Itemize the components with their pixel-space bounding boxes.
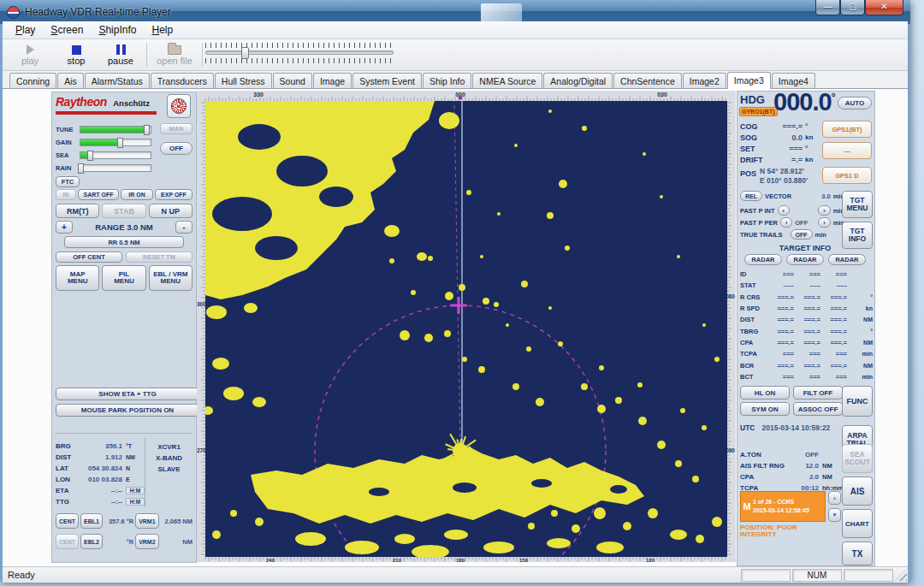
- tab-image2[interactable]: Image2: [683, 73, 726, 88]
- slider-thumb[interactable]: [241, 47, 249, 59]
- radar-source-button-1[interactable]: RADAR: [744, 254, 782, 265]
- range-decrease-button[interactable]: -: [175, 221, 192, 234]
- past-int-decrease-button[interactable]: ‹: [778, 205, 790, 216]
- tx-button[interactable]: TX: [842, 542, 873, 565]
- pause-button[interactable]: pause: [98, 42, 143, 68]
- auto-button[interactable]: AUTO: [838, 97, 872, 110]
- radar-source-button-2[interactable]: RADAR: [786, 254, 824, 265]
- alert-scroll-down-button[interactable]: ▼: [828, 508, 841, 522]
- ais-button[interactable]: AIS: [842, 476, 873, 506]
- tab-image[interactable]: Image: [313, 73, 352, 88]
- tab-analog-digital[interactable]: Analog/Digital: [543, 73, 613, 88]
- off-center-button[interactable]: OFF CENT: [56, 252, 122, 263]
- target-echo: [657, 441, 666, 449]
- rm-button[interactable]: RM(T): [56, 204, 99, 218]
- tab-image4[interactable]: Image4: [772, 73, 815, 88]
- sart-button[interactable]: SART OFF: [78, 189, 119, 200]
- cent-button-2[interactable]: CENT: [56, 534, 79, 549]
- ri-button[interactable]: RI: [56, 189, 76, 200]
- show-eta-button[interactable]: SHOW ETA + TTG: [56, 388, 199, 400]
- mouse-park-button[interactable]: MOUSE PARK POSITION ON: [56, 404, 199, 417]
- slider-track[interactable]: [205, 50, 394, 55]
- nav-unit: kn: [805, 133, 819, 141]
- ebl1-button[interactable]: EBL1: [80, 513, 103, 529]
- tab-chnsentence[interactable]: ChnSentence: [613, 73, 682, 88]
- tab-image3[interactable]: Image3: [727, 72, 771, 89]
- man-button[interactable]: MAN: [160, 123, 192, 134]
- pil-menu-button[interactable]: PIL MENU: [102, 265, 145, 291]
- open-file-button[interactable]: open file: [150, 42, 199, 68]
- playback-slider[interactable]: [205, 43, 394, 68]
- slider-thumb-sea[interactable]: [87, 151, 93, 161]
- target-value: ===: [820, 270, 847, 278]
- north-up-button[interactable]: N UP: [149, 204, 192, 218]
- tab-system-event[interactable]: System Event: [352, 73, 422, 88]
- sea-scout-button[interactable]: SEA SCOUT: [842, 444, 873, 473]
- menu-help[interactable]: Help: [144, 22, 181, 38]
- filt-button[interactable]: FILT OFF: [793, 386, 843, 400]
- tab-ship-info[interactable]: Ship Info: [423, 73, 471, 88]
- exp-button[interactable]: EXP OFF: [155, 189, 192, 200]
- gps1-d-button[interactable]: GPS1 D: [822, 167, 872, 184]
- hl-button[interactable]: HL ON: [740, 386, 790, 400]
- radar-ppi-display[interactable]: 330000030240210180150120300270060090: [197, 91, 736, 562]
- slider-thumb-tune[interactable]: [144, 125, 150, 135]
- ebl2-button[interactable]: EBL2: [80, 534, 103, 549]
- close-button[interactable]: ✕: [865, 0, 903, 15]
- maximize-button[interactable]: ▢: [840, 0, 865, 15]
- range-increase-button[interactable]: +: [56, 221, 73, 234]
- ftc-button[interactable]: FTC: [56, 176, 80, 187]
- tab-sound[interactable]: Sound: [273, 73, 312, 88]
- svg-text:270: 270: [197, 447, 206, 453]
- tgt-menu-button[interactable]: TGT MENU: [842, 191, 873, 218]
- tab-alarm-status[interactable]: Alarm/Status: [85, 73, 150, 88]
- cent-button-1[interactable]: CENT: [56, 513, 79, 529]
- slider-track-tune[interactable]: [80, 126, 151, 133]
- tab-hull-stress[interactable]: Hull Stress: [215, 73, 272, 88]
- vrm1-button[interactable]: VRM1: [135, 513, 158, 529]
- stab-button[interactable]: STAB: [102, 204, 145, 218]
- range-rings-button[interactable]: RR 0.5 NM: [64, 236, 184, 248]
- title-bar[interactable]: Headway VDR Real-time Player — ▢ ✕: [0, 0, 910, 24]
- off-button[interactable]: OFF: [160, 142, 192, 155]
- target-echo: [643, 152, 646, 156]
- rel-vector-button[interactable]: REL: [740, 191, 762, 201]
- past-per-decrease-button[interactable]: ‹: [780, 217, 792, 228]
- resize-grip[interactable]: [895, 569, 907, 581]
- assoc-button[interactable]: ASSOC OFF: [793, 402, 843, 416]
- tab-ais[interactable]: Ais: [57, 73, 84, 88]
- ebl-vrm-menu-button[interactable]: EBL / VRM MENU: [149, 265, 192, 291]
- chart-button[interactable]: CHART: [842, 509, 873, 538]
- ir-button[interactable]: IR ON: [121, 189, 153, 200]
- past-per-increase-button[interactable]: ›: [818, 217, 830, 228]
- menu-screen[interactable]: Screen: [43, 22, 91, 38]
- slider-thumb-rain[interactable]: [78, 163, 84, 174]
- slider-thumb-gain[interactable]: [117, 138, 123, 148]
- tab-nmea-source[interactable]: NMEA Source: [472, 73, 542, 88]
- tab-transducers[interactable]: Transducers: [151, 73, 214, 88]
- slider-track-sea[interactable]: [80, 151, 151, 159]
- map-menu-button[interactable]: MAP MENU: [56, 265, 99, 291]
- brand-logo-button[interactable]: [167, 94, 191, 118]
- func-button[interactable]: FUNC: [842, 386, 873, 417]
- menu-play[interactable]: Play: [8, 22, 43, 38]
- reset-tm-button[interactable]: RESET TM: [126, 252, 192, 263]
- radar-source-button-3[interactable]: RADAR: [828, 254, 866, 265]
- stop-button[interactable]: stop: [54, 42, 98, 68]
- minimize-button[interactable]: —: [815, 0, 840, 15]
- alert-scroll-up-button[interactable]: ▲: [828, 491, 841, 505]
- tab-conning[interactable]: Conning: [9, 73, 56, 88]
- clutter-echo: [394, 534, 415, 544]
- vrm1-range-unit: NM: [182, 518, 192, 525]
- ais-alert-box[interactable]: M 1 of 26 - CCRS 2015-03-14 12:58:45: [740, 491, 826, 522]
- menu-shipinfo[interactable]: ShipInfo: [91, 22, 144, 38]
- gps1-bt-button[interactable]: GPS1(BT): [822, 121, 872, 138]
- past-int-increase-button[interactable]: ›: [818, 205, 830, 216]
- slider-track-gain[interactable]: [80, 139, 151, 146]
- play-button[interactable]: play: [8, 42, 52, 68]
- vrm2-button[interactable]: VRM2: [135, 534, 158, 549]
- sym-button[interactable]: SYM ON: [740, 402, 790, 416]
- drift-source-button[interactable]: —: [822, 142, 872, 159]
- slider-track-rain[interactable]: [80, 164, 151, 172]
- trails-off-button[interactable]: OFF: [791, 229, 813, 240]
